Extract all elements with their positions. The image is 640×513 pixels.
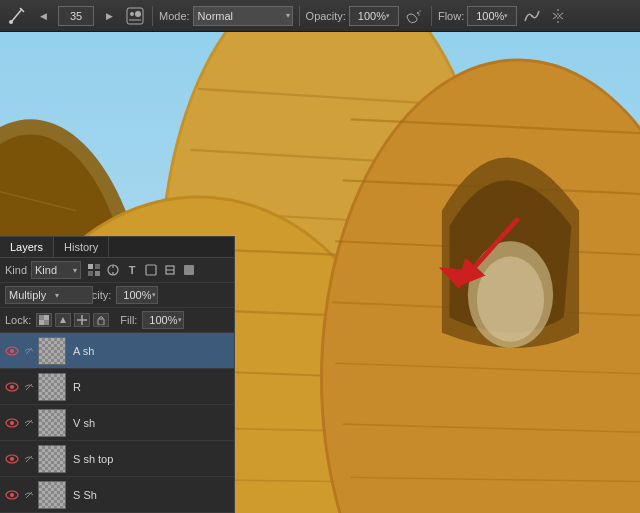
svg-point-7 [417,12,419,14]
layer-visibility-icon[interactable] [4,451,20,467]
mode-group: Mode: Normal Multiply Screen Overlay ▾ [159,6,293,26]
svg-point-83 [10,421,14,425]
layer-name: V sh [69,417,230,429]
layer-name: S sh top [69,453,230,465]
lock-position-icon[interactable] [74,313,90,327]
tab-history[interactable]: History [54,237,109,257]
kind-icon-adjustment[interactable] [105,262,121,278]
opacity-label: Opacity: [306,10,346,22]
lock-transparent-icon[interactable] [36,313,52,327]
kind-icon-type[interactable]: T [124,262,140,278]
mode-select-wrap[interactable]: Normal Multiply Screen Overlay ▾ [193,6,293,26]
svg-point-5 [135,11,141,17]
layer-name: S Sh [69,489,230,501]
layer-row[interactable]: R [0,369,234,405]
brush-tool-icon[interactable] [6,5,28,27]
kind-icon-pixel[interactable] [86,262,102,278]
layer-thumbnail [38,445,66,473]
layer-visibility-icon[interactable] [4,343,20,359]
svg-rect-61 [95,264,100,269]
airbrush-icon[interactable] [403,5,425,27]
svg-rect-77 [98,319,104,325]
layer-list: A sh R [0,333,234,513]
symmetry-icon[interactable] [547,5,569,27]
svg-rect-71 [39,315,44,320]
kind-icons: T [86,262,197,278]
blend-select-wrap[interactable]: Multiply Normal Screen Overlay ▾ [5,286,62,304]
kind-row: Kind Kind Name Effect Mode ▾ [0,258,234,283]
layer-row[interactable]: S Sh [0,477,234,513]
fill-input[interactable] [142,311,184,329]
svg-rect-62 [88,271,93,276]
toolbar: ◀ 35 ▶ Mode: Normal Multiply Screen Over… [0,0,640,32]
lock-label: Lock: [5,314,31,326]
layer-link-icon [23,417,35,429]
layer-row[interactable]: S sh top [0,441,234,477]
layer-opacity-input[interactable] [116,286,158,304]
lock-all-icon[interactable] [93,313,109,327]
svg-rect-60 [88,264,93,269]
mode-label: Mode: [159,10,190,22]
svg-point-4 [130,12,134,16]
brush-size-left-icon[interactable]: ◀ [32,5,54,27]
layer-link-icon [23,345,35,357]
layer-link-icon [23,489,35,501]
layer-link-icon [23,453,35,465]
main-area: Layers History Kind Kind Name Effect Mod… [0,32,640,513]
tab-layers[interactable]: Layers [0,237,54,257]
panel-tabs: Layers History [0,237,234,258]
layer-name: A sh [69,345,230,357]
fill-wrap[interactable]: ▾ [142,311,184,329]
svg-point-8 [419,10,420,11]
separator-1 [152,6,153,26]
brush-size-box[interactable]: 35 [58,6,94,26]
svg-rect-72 [44,320,49,325]
svg-rect-73 [44,315,49,320]
svg-rect-3 [127,8,143,24]
kind-select[interactable]: Kind Name Effect Mode [31,261,81,279]
separator-3 [431,6,432,26]
layer-name: R [69,381,230,393]
layer-thumbnail [38,409,66,437]
mode-select[interactable]: Normal Multiply Screen Overlay [193,6,293,26]
lock-row: Lock: Fill: ▾ [0,308,234,333]
kind-label: Kind [5,264,27,276]
svg-point-1 [9,20,13,24]
kind-icon-smart[interactable] [162,262,178,278]
lock-pixels-icon[interactable] [55,313,71,327]
opacity-value[interactable]: 100% ▾ [349,6,399,26]
layer-visibility-icon[interactable] [4,379,20,395]
layer-thumbnail [38,481,66,509]
layer-row[interactable]: A sh [0,333,234,369]
layer-row[interactable]: V sh [0,405,234,441]
kind-select-wrap[interactable]: Kind Name Effect Mode ▾ [31,261,80,279]
flow-value[interactable]: 100% ▾ [467,6,517,26]
flow-group: Flow: 100% ▾ [438,6,517,26]
layer-thumbnail [38,373,66,401]
separator-2 [299,6,300,26]
lock-icons [36,313,109,327]
smoothing-icon[interactable] [521,5,543,27]
brush-size-right-icon[interactable]: ▶ [98,5,120,27]
svg-rect-63 [95,271,100,276]
layer-thumbnail [38,337,66,365]
layer-opacity-wrap[interactable]: ▾ [116,286,158,304]
opacity-group: Opacity: 100% ▾ [306,6,399,26]
layer-link-icon [23,381,35,393]
blend-row: Multiply Normal Screen Overlay ▾ Opacity… [0,283,234,308]
kind-icon-color[interactable] [181,262,197,278]
brush-preset-icon[interactable] [124,5,146,27]
svg-point-79 [10,349,14,353]
svg-rect-70 [184,265,194,275]
layer-visibility-icon[interactable] [4,487,20,503]
svg-rect-67 [146,265,156,275]
svg-rect-74 [39,320,44,325]
blend-select[interactable]: Multiply Normal Screen Overlay [5,286,93,304]
layer-visibility-icon[interactable] [4,415,20,431]
kind-icon-shape[interactable] [143,262,159,278]
svg-point-85 [10,457,14,461]
svg-point-10 [531,15,533,17]
svg-point-87 [10,493,14,497]
fill-label: Fill: [120,314,137,326]
svg-line-0 [12,9,22,21]
